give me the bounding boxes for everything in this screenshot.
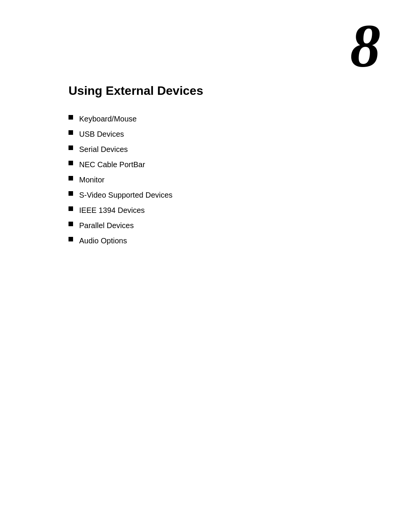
page-container: 8 Using External Devices Keyboard/MouseU… — [0, 0, 411, 532]
bullet-icon-audio-options — [68, 237, 73, 241]
bullet-icon-s-video-supported-devices — [68, 191, 73, 196]
bullet-icon-keyboard-mouse — [68, 115, 73, 120]
toc-item-label-nec-cable-portbar: NEC Cable PortBar — [79, 159, 145, 170]
chapter-title: Using External Devices — [68, 84, 381, 98]
toc-item-label-parallel-devices: Parallel Devices — [79, 220, 134, 231]
toc-list: Keyboard/MouseUSB DevicesSerial DevicesN… — [68, 113, 381, 246]
toc-item-label-monitor: Monitor — [79, 174, 105, 185]
chapter-number: 8 — [350, 15, 381, 76]
toc-item-monitor: Monitor — [68, 174, 381, 185]
toc-item-ieee-1394-devices: IEEE 1394 Devices — [68, 204, 381, 216]
bullet-icon-monitor — [68, 176, 73, 181]
bullet-icon-ieee-1394-devices — [68, 206, 73, 211]
toc-item-label-usb-devices: USB Devices — [79, 128, 124, 140]
bullet-icon-parallel-devices — [68, 222, 73, 226]
toc-item-audio-options: Audio Options — [68, 235, 381, 246]
bullet-icon-nec-cable-portbar — [68, 161, 73, 165]
toc-item-parallel-devices: Parallel Devices — [68, 220, 381, 231]
toc-item-label-s-video-supported-devices: S-Video Supported Devices — [79, 189, 172, 201]
toc-item-label-keyboard-mouse: Keyboard/Mouse — [79, 113, 137, 125]
bullet-icon-usb-devices — [68, 130, 73, 135]
toc-item-label-audio-options: Audio Options — [79, 235, 127, 246]
toc-item-label-ieee-1394-devices: IEEE 1394 Devices — [79, 204, 145, 216]
bullet-icon-serial-devices — [68, 145, 73, 150]
toc-item-s-video-supported-devices: S-Video Supported Devices — [68, 189, 381, 201]
toc-item-usb-devices: USB Devices — [68, 128, 381, 140]
toc-item-serial-devices: Serial Devices — [68, 144, 381, 155]
toc-item-label-serial-devices: Serial Devices — [79, 144, 128, 155]
toc-item-nec-cable-portbar: NEC Cable PortBar — [68, 159, 381, 170]
toc-item-keyboard-mouse: Keyboard/Mouse — [68, 113, 381, 125]
